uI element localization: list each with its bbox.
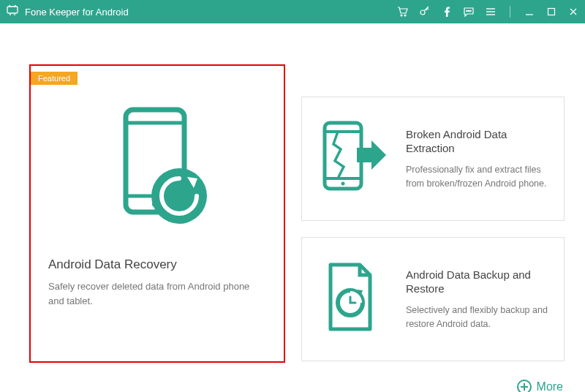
svg-rect-17 (548, 9, 555, 15)
card-android-data-recovery[interactable]: Featured Android Data Recovery Safely re… (29, 64, 285, 363)
svg-point-9 (420, 10, 425, 15)
svg-rect-0 (7, 7, 18, 13)
recovery-title: Android Data Recovery (48, 257, 266, 272)
broken-title: Broken Android Data Extraction (406, 127, 549, 156)
plus-circle-icon (516, 379, 532, 392)
svg-point-10 (467, 10, 467, 11)
app-logo-icon (6, 4, 19, 20)
backup-desc: Selectively and flexibly backup and rest… (406, 304, 549, 331)
main-content: Featured Android Data Recovery Safely re… (0, 23, 585, 50)
titlebar: Fone Keeper for Android (0, 0, 585, 23)
minimize-button[interactable] (524, 6, 535, 18)
facebook-icon[interactable] (441, 6, 453, 18)
card-backup-restore[interactable]: Android Data Backup and Restore Selectiv… (301, 237, 565, 361)
svg-point-8 (404, 15, 406, 16)
app-title: Fone Keeper for Android (25, 7, 129, 18)
chat-icon[interactable] (463, 6, 475, 18)
backup-file-icon (312, 259, 393, 339)
featured-badge: Featured (31, 72, 78, 85)
svg-point-28 (341, 182, 345, 186)
broken-desc: Professionally fix and extract files fro… (406, 163, 549, 191)
recovery-icon (31, 102, 284, 234)
cart-icon[interactable] (397, 6, 409, 18)
svg-point-7 (401, 15, 402, 16)
more-button[interactable]: More (516, 379, 563, 392)
key-icon[interactable] (419, 6, 431, 18)
menu-icon[interactable] (485, 6, 497, 18)
backup-title: Android Data Backup and Restore (406, 268, 549, 296)
titlebar-icons (397, 6, 579, 18)
close-button[interactable] (567, 6, 579, 18)
broken-phone-icon (312, 118, 393, 199)
titlebar-divider (510, 6, 510, 18)
maximize-button[interactable] (546, 6, 557, 18)
card-broken-android-extraction[interactable]: Broken Android Data Extraction Professio… (301, 97, 565, 221)
more-label: More (537, 380, 563, 392)
recovery-desc: Safely recover deleted data from Android… (48, 279, 266, 308)
svg-point-12 (470, 10, 471, 11)
svg-point-11 (468, 10, 469, 11)
